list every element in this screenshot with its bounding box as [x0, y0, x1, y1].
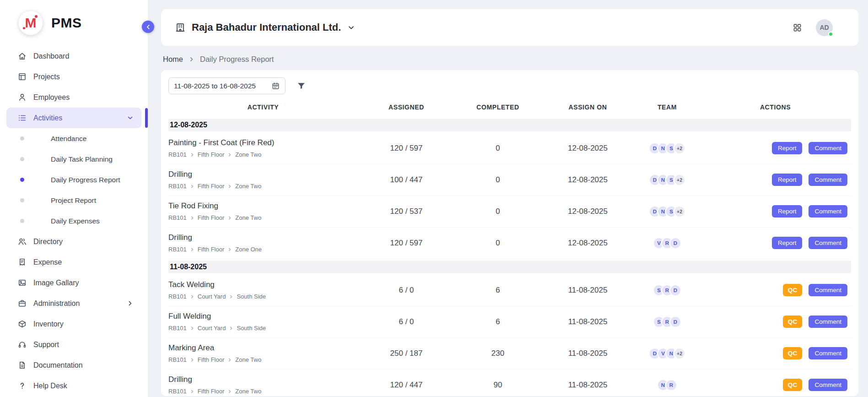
helpdesk-icon — [17, 381, 27, 391]
sidebar-item-activities[interactable]: Activities — [6, 108, 141, 128]
assigned-value: 120 / 597 — [358, 239, 455, 248]
comment-button[interactable]: Comment — [809, 142, 847, 154]
report-button[interactable]: Report — [772, 174, 803, 186]
sidebar-item-administration[interactable]: Administration — [6, 293, 141, 314]
team-cell: SRD — [635, 284, 700, 296]
sidebar-item-employees[interactable]: Employees — [6, 87, 141, 108]
location-segment: Zone Two — [235, 183, 261, 190]
qc-button[interactable]: QC — [783, 347, 803, 359]
pms-logo: M — [18, 11, 43, 35]
team-more-badge[interactable]: +2 — [674, 348, 685, 359]
comment-button[interactable]: Comment — [809, 205, 847, 218]
sidebar-item-label: Administration — [33, 299, 80, 308]
sidebar-subitem-daily-task-planning[interactable]: Daily Task Planning — [6, 149, 141, 169]
sidebar-item-expense[interactable]: Expense — [6, 252, 141, 272]
chevron-right-icon — [190, 294, 194, 299]
qc-button[interactable]: QC — [783, 284, 803, 296]
chevron-right-icon — [190, 326, 194, 331]
group-date: 11-08-2025 — [170, 263, 207, 271]
team-member-avatar[interactable]: R — [665, 379, 677, 391]
actions-cell: QCComment — [700, 379, 851, 391]
column-header-activity: ACTIVITY — [168, 103, 358, 111]
chevron-right-icon — [190, 247, 194, 252]
sidebar-subitem-label: Daily Expenses — [51, 217, 100, 225]
report-button[interactable]: Report — [772, 142, 803, 154]
location-segment: Zone One — [235, 246, 262, 253]
assign-on-value: 12-08-2025 — [541, 207, 635, 216]
sidebar-item-inventory[interactable]: Inventory — [6, 314, 141, 334]
sidebar-item-projects[interactable]: Projects — [6, 66, 141, 87]
sidebar-item-help-desk[interactable]: Help Desk — [6, 375, 141, 396]
chevron-right-icon — [190, 358, 194, 362]
support-icon — [17, 340, 27, 349]
sidebar-item-dashboard[interactable]: Dashboard — [6, 46, 141, 66]
sidebar-subitem-daily-progress-report[interactable]: Daily Progress Report — [6, 169, 141, 190]
breadcrumb-home[interactable]: Home — [163, 55, 183, 64]
assign-on-value: 12-08-2025 — [541, 144, 635, 153]
column-header-completed: COMPLETED — [455, 103, 541, 111]
comment-button[interactable]: Comment — [809, 379, 847, 391]
sidebar-item-support[interactable]: Support — [6, 334, 141, 355]
table-row: Painting - First Coat (Fire Red)RB101Fif… — [168, 133, 851, 164]
comment-button[interactable]: Comment — [809, 315, 847, 328]
sidebar-subitem-attendance[interactable]: Attendance — [6, 128, 141, 149]
sidebar-collapse-button[interactable] — [142, 21, 154, 33]
group-date: 12-08-2025 — [170, 121, 207, 129]
location-segment: Zone Two — [235, 151, 261, 158]
assigned-value: 120 / 447 — [358, 381, 455, 390]
report-button[interactable]: Report — [772, 237, 803, 249]
assigned-value: 6 / 0 — [358, 317, 455, 326]
sidebar-item-label: Projects — [33, 73, 60, 81]
assign-on-value: 11-08-2025 — [541, 317, 635, 326]
actions-cell: ReportComment — [700, 142, 851, 154]
team-more-badge[interactable]: +2 — [674, 206, 685, 218]
comment-button[interactable]: Comment — [809, 174, 847, 186]
date-range-input[interactable]: 11-08-2025 to 16-08-2025 — [168, 77, 286, 94]
sidebar-item-documentation[interactable]: Documentation — [6, 355, 141, 375]
assign-on-value: 11-08-2025 — [541, 349, 635, 358]
active-indicator — [145, 108, 148, 128]
qc-button[interactable]: QC — [783, 379, 803, 391]
team-cell: VRD — [635, 237, 700, 249]
activity-name: Tie Rod Fixing — [168, 201, 358, 211]
team-cell: NR — [635, 379, 700, 391]
user-avatar[interactable]: AD — [816, 19, 833, 36]
sidebar-item-label: Inventory — [33, 320, 64, 328]
topbar-right: AD — [793, 19, 845, 36]
team-more-badge[interactable]: +2 — [674, 174, 685, 186]
column-header-assign-on: ASSIGN ON — [541, 103, 635, 111]
table-row: Tie Rod FixingRB101Fifth FloorZone Two12… — [168, 196, 851, 228]
team-cell: SRD — [635, 316, 700, 328]
administration-icon — [17, 299, 27, 308]
sidebar-subitem-project-report[interactable]: Project Report — [6, 190, 141, 211]
sidebar-subitem-label: Attendance — [51, 135, 86, 143]
report-button[interactable]: Report — [772, 205, 803, 218]
chevron-right-icon — [229, 326, 233, 331]
location-segment: RB101 — [168, 183, 187, 190]
sidebar: M PMS DashboardProjectsEmployeesActiviti… — [0, 0, 148, 397]
apps-grid-icon[interactable] — [793, 23, 802, 33]
team-member-avatar[interactable]: D — [669, 284, 681, 296]
completed-value: 6 — [455, 286, 541, 295]
team-member-avatar[interactable]: D — [669, 316, 681, 328]
company-selector[interactable]: Raja Bahadur International Ltd. — [175, 22, 356, 33]
sidebar-item-label: Expense — [33, 258, 62, 266]
qc-button[interactable]: QC — [783, 315, 803, 328]
sidebar-item-directory[interactable]: Directory — [6, 231, 141, 252]
sidebar-item-label: Documentation — [33, 361, 83, 370]
report-card: 11-08-2025 to 16-08-2025 ACTIVITYASSIGNE… — [161, 70, 858, 396]
filter-icon[interactable] — [297, 81, 306, 91]
chevron-right-icon — [126, 299, 134, 307]
actions-cell: ReportComment — [700, 237, 851, 249]
sidebar-item-image-gallary[interactable]: Image Gallary — [6, 272, 141, 293]
comment-button[interactable]: Comment — [809, 284, 847, 296]
team-more-badge[interactable]: +2 — [674, 142, 685, 154]
team-member-avatar[interactable]: D — [669, 237, 681, 249]
home-icon — [17, 51, 27, 61]
sidebar-subitem-daily-expenses[interactable]: Daily Expenses — [6, 211, 141, 231]
comment-button[interactable]: Comment — [809, 347, 847, 359]
location-segment: Zone Two — [235, 388, 261, 395]
column-header-team: TEAM — [635, 103, 700, 111]
assigned-value: 120 / 537 — [358, 207, 455, 216]
comment-button[interactable]: Comment — [809, 237, 847, 249]
